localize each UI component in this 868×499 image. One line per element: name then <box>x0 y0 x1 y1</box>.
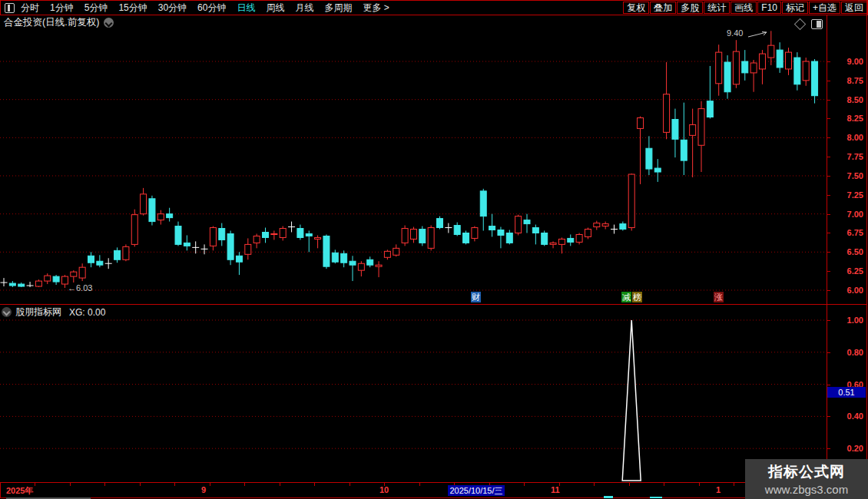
period-tab-分时[interactable]: 分时 <box>21 2 39 15</box>
toolbar-button-+自选[interactable]: +自选 <box>809 2 840 14</box>
axis-tick <box>827 61 830 62</box>
candle-body <box>768 45 774 58</box>
candle-body <box>786 52 792 69</box>
event-badge-财[interactable]: 财 <box>471 292 481 302</box>
toolbar-button-返回[interactable]: 返回 <box>841 2 867 14</box>
split-window-icon[interactable] <box>5 3 15 13</box>
period-tab-15分钟[interactable]: 15分钟 <box>118 2 147 15</box>
candle-body <box>45 276 51 281</box>
toolbar-button-画线[interactable]: 画线 <box>731 2 757 14</box>
date-tick <box>174 483 175 486</box>
period-toolbar: 分时1分钟5分钟15分钟30分钟60分钟日线周线月线多周期更多 > 复权叠加多股… <box>0 0 868 15</box>
candle-body <box>568 238 574 242</box>
candle-body <box>184 243 190 246</box>
indicator-tick-label: 0.40 <box>828 411 863 421</box>
period-tab-1分钟[interactable]: 1分钟 <box>50 2 74 15</box>
candle-body <box>79 267 85 278</box>
candle-body <box>167 214 173 218</box>
candle-body <box>558 239 565 244</box>
price-tick-label: 6.50 <box>828 247 863 256</box>
candle-body <box>358 263 364 270</box>
candle-body <box>542 233 548 244</box>
axis-tick <box>827 233 830 233</box>
period-tab-周线[interactable]: 周线 <box>266 2 284 15</box>
indicator-tick-label: 1.00 <box>828 316 863 325</box>
candle-body <box>803 61 809 81</box>
indicator-chart[interactable] <box>0 304 827 483</box>
candle-body <box>350 261 356 265</box>
candle-body <box>428 228 434 249</box>
candlestick-chart[interactable] <box>0 31 827 306</box>
price-tick-label: 6.75 <box>828 228 863 237</box>
period-tab-60分钟[interactable]: 60分钟 <box>197 2 226 15</box>
candle-body <box>472 228 478 239</box>
toolbar-button-复权[interactable]: 复权 <box>623 2 649 14</box>
price-tick-label: 8.50 <box>828 95 863 104</box>
candle-body <box>210 228 216 246</box>
period-tab-更多 >[interactable]: 更多 > <box>363 2 389 15</box>
candle-body <box>97 261 103 265</box>
watermark-url: www.zbgs3.com <box>765 483 848 496</box>
candle-body <box>550 243 556 244</box>
period-tab-多周期[interactable]: 多周期 <box>324 2 352 15</box>
chevron-down-icon[interactable] <box>104 18 114 28</box>
event-badge-涨[interactable]: 涨 <box>714 292 724 302</box>
axis-tick <box>827 100 830 101</box>
candle-body <box>141 194 147 214</box>
date-tick <box>419 483 420 486</box>
axis-tick <box>827 118 830 119</box>
period-tab-5分钟[interactable]: 5分钟 <box>84 2 108 15</box>
axis-tick <box>827 176 830 177</box>
maximize-pane-icon[interactable] <box>811 19 823 29</box>
toolbar-button-统计[interactable]: 统计 <box>704 2 730 14</box>
chart-title-row: 合金投资(日线.前复权) <box>0 15 827 31</box>
axis-tick <box>827 195 830 196</box>
event-badge-减[interactable]: 减 <box>621 292 631 302</box>
date-tick <box>699 483 700 486</box>
candle-body <box>263 232 269 237</box>
event-badge-榜[interactable]: 榜 <box>632 292 642 302</box>
period-list: 分时1分钟5分钟15分钟30分钟60分钟日线周线月线多周期更多 > <box>21 2 400 15</box>
candle-body <box>707 101 713 117</box>
high-price-annotation: 9.40 <box>727 28 743 38</box>
candle-body <box>576 234 582 242</box>
price-tick-label: 7.75 <box>828 152 863 161</box>
candle-body <box>681 140 687 160</box>
cursor-value-box: 0.51 <box>827 387 866 398</box>
candle-body <box>157 214 164 220</box>
price-tick-label: 8.00 <box>828 133 863 142</box>
trading-app-window: 分时1分钟5分钟15分钟30分钟60分钟日线周线月线多周期更多 > 复权叠加多股… <box>0 0 868 499</box>
candle-body <box>332 253 338 262</box>
period-tab-月线[interactable]: 月线 <box>295 2 313 15</box>
candle-body <box>463 233 469 243</box>
axis-tick <box>827 81 830 81</box>
axis-tick <box>827 252 830 253</box>
candle-body <box>664 94 670 133</box>
date-tick <box>35 483 35 486</box>
candle-body <box>341 253 347 263</box>
candle-body <box>812 61 818 96</box>
diamond-marker-icon[interactable] <box>794 18 807 31</box>
toolbar-right-buttons: 复权叠加多股统计画线F10标记+自选返回 <box>622 2 867 14</box>
toolbar-button-叠加[interactable]: 叠加 <box>650 2 676 14</box>
toolbar-button-多股[interactable]: 多股 <box>677 2 703 14</box>
axis-tick <box>827 385 830 385</box>
date-tick <box>384 483 385 486</box>
axis-border-right <box>866 0 867 499</box>
axis-tick <box>827 320 830 321</box>
candle-body <box>794 58 800 84</box>
candle-body <box>454 226 460 235</box>
period-tab-日线[interactable]: 日线 <box>237 2 255 15</box>
candle-body <box>175 226 181 245</box>
candle-body <box>245 244 251 254</box>
candle-body <box>123 246 129 259</box>
toolbar-button-标记[interactable]: 标记 <box>782 2 808 14</box>
indicator-tick-label: 0.20 <box>828 444 863 453</box>
date-axis[interactable] <box>0 482 867 498</box>
period-tab-30分钟[interactable]: 30分钟 <box>158 2 187 15</box>
candle-body <box>271 233 277 234</box>
clipped-text-fragment <box>604 496 613 498</box>
candle-body <box>393 248 399 255</box>
toolbar-button-F10[interactable]: F10 <box>757 2 781 14</box>
axis-tick <box>827 416 830 417</box>
